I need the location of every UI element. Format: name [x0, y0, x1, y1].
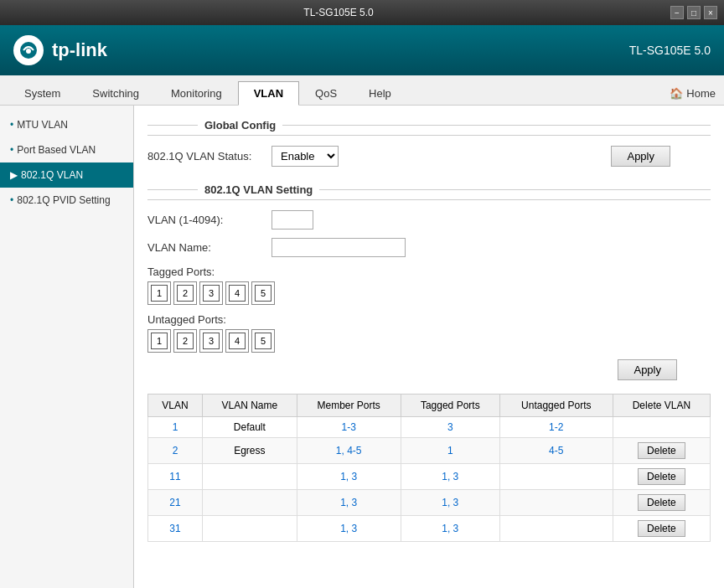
sidebar-item-802-1q-pvid[interactable]: 802.1Q PVID Setting	[0, 188, 133, 213]
delete-vlan-button[interactable]: Delete	[638, 442, 685, 459]
cell-tagged-ports: 3	[401, 417, 499, 438]
vlan-id-label: VLAN (1-4094):	[147, 214, 265, 226]
cell-tagged-ports: 1, 3	[401, 490, 499, 516]
vlan-setting-apply-row: Apply	[147, 359, 711, 380]
home-label: Home	[686, 87, 716, 100]
tagged-port-3[interactable]: 3	[199, 281, 223, 305]
nav-bar: System Switching Monitoring VLAN QoS Hel…	[0, 75, 724, 106]
cell-tagged-ports: 1	[401, 438, 499, 464]
vlan-name-label: VLAN Name:	[147, 241, 265, 254]
cell-untagged-ports: 1-2	[499, 417, 613, 438]
cell-vlan: 31	[148, 516, 203, 542]
vlan-id-input[interactable]	[272, 210, 313, 230]
cell-delete	[613, 417, 710, 438]
cell-delete: Delete	[613, 464, 710, 490]
table-row: 111, 31, 3Delete	[148, 464, 711, 490]
tagged-ports-label: Tagged Ports:	[147, 266, 711, 278]
cell-vlan-name	[203, 490, 297, 516]
cell-member-ports: 1, 3	[297, 490, 401, 516]
home-icon: 🏠	[670, 87, 683, 100]
untagged-ports-label: Untagged Ports:	[147, 313, 711, 326]
minimize-button[interactable]: −	[670, 6, 684, 19]
vlan-name-input[interactable]	[272, 238, 406, 257]
vlan-status-select[interactable]: Enable Disable	[272, 146, 339, 167]
vlan-setting-title: 802.1Q VLAN Setting	[147, 180, 711, 200]
cell-untagged-ports	[499, 516, 613, 542]
untagged-port-1[interactable]: 1	[147, 329, 171, 353]
vlan-table: VLAN VLAN Name Member Ports Tagged Ports…	[147, 394, 711, 542]
delete-vlan-button[interactable]: Delete	[638, 520, 685, 537]
home-button[interactable]: 🏠 Home	[670, 87, 716, 105]
maximize-button[interactable]: □	[687, 6, 701, 19]
cell-member-ports: 1, 3	[297, 516, 401, 542]
tagged-port-5[interactable]: 5	[251, 281, 275, 305]
titlebar: TL-SG105E 5.0 − □ ×	[0, 0, 724, 25]
delete-vlan-button[interactable]: Delete	[638, 494, 685, 511]
col-untagged-ports: Untagged Ports	[499, 395, 613, 417]
global-config-apply-button[interactable]: Apply	[611, 146, 670, 167]
tagged-port-4[interactable]: 4	[225, 281, 249, 305]
vlan-setting-title-text: 802.1Q VLAN Setting	[204, 183, 313, 196]
cell-delete: Delete	[613, 438, 710, 464]
untagged-port-boxes: 1 2 3 4 5	[147, 329, 711, 353]
vlan-status-row: 802.1Q VLAN Status: Enable Disable Apply	[147, 146, 711, 167]
untagged-port-2[interactable]: 2	[173, 329, 197, 353]
cell-vlan-name: Egress	[203, 438, 297, 464]
sidebar-item-port-based-vlan[interactable]: Port Based VLAN	[0, 137, 133, 162]
nav-tabs: System Switching Monitoring VLAN QoS Hel…	[8, 81, 407, 105]
sidebar: MTU VLAN Port Based VLAN 802.1Q VLAN 802…	[0, 106, 134, 588]
tab-qos[interactable]: QoS	[299, 81, 353, 105]
table-row: 1Default1-331-2	[148, 417, 711, 438]
col-vlan-name: VLAN Name	[203, 395, 297, 417]
titlebar-controls: − □ ×	[670, 6, 717, 19]
cell-vlan: 21	[148, 490, 203, 516]
table-row: 311, 31, 3Delete	[148, 516, 711, 542]
sidebar-item-802-1q-vlan[interactable]: 802.1Q VLAN	[0, 162, 133, 188]
logo-text: tp-link	[52, 39, 107, 61]
untagged-port-4[interactable]: 4	[225, 329, 249, 353]
cell-vlan-name	[203, 464, 297, 490]
cell-tagged-ports: 1, 3	[401, 516, 499, 542]
cell-vlan: 2	[148, 438, 203, 464]
table-row: 211, 31, 3Delete	[148, 490, 711, 516]
tagged-port-2[interactable]: 2	[173, 281, 197, 305]
untagged-port-3[interactable]: 3	[199, 329, 223, 353]
tab-help[interactable]: Help	[353, 81, 407, 105]
cell-untagged-ports	[499, 490, 613, 516]
header-model: TL-SG105E 5.0	[629, 44, 711, 57]
col-member-ports: Member Ports	[297, 395, 401, 417]
close-button[interactable]: ×	[704, 6, 717, 19]
app-header: tp-link TL-SG105E 5.0	[0, 25, 724, 75]
vlan-setting-apply-button[interactable]: Apply	[618, 359, 677, 380]
cell-delete: Delete	[613, 490, 710, 516]
svg-point-1	[26, 49, 31, 54]
cell-member-ports: 1-3	[297, 417, 401, 438]
col-tagged-ports: Tagged Ports	[401, 395, 499, 417]
untagged-port-5[interactable]: 5	[251, 329, 275, 353]
table-row: 2Egress1, 4-514-5Delete	[148, 438, 711, 464]
tagged-port-boxes: 1 2 3 4 5	[147, 281, 711, 305]
tab-monitoring[interactable]: Monitoring	[155, 81, 238, 105]
tab-vlan[interactable]: VLAN	[238, 81, 299, 106]
vlan-id-row: VLAN (1-4094):	[147, 210, 711, 230]
cell-vlan: 1	[148, 417, 203, 438]
vlan-name-row: VLAN Name:	[147, 238, 711, 257]
global-config-title: Global Config	[147, 116, 711, 136]
sidebar-item-mtu-vlan[interactable]: MTU VLAN	[0, 112, 133, 137]
titlebar-title: TL-SG105E 5.0	[303, 7, 373, 18]
tab-system[interactable]: System	[8, 81, 76, 105]
tab-switching[interactable]: Switching	[76, 81, 155, 105]
tagged-ports-section: Tagged Ports: 1 2 3 4 5	[147, 266, 711, 305]
cell-member-ports: 1, 4-5	[297, 438, 401, 464]
col-delete-vlan: Delete VLAN	[613, 395, 710, 417]
content-area: Global Config 802.1Q VLAN Status: Enable…	[134, 106, 724, 588]
global-config-title-text: Global Config	[204, 119, 276, 132]
cell-tagged-ports: 1, 3	[401, 464, 499, 490]
cell-member-ports: 1, 3	[297, 464, 401, 490]
untagged-ports-section: Untagged Ports: 1 2 3 4 5	[147, 313, 711, 353]
delete-vlan-button[interactable]: Delete	[638, 468, 685, 485]
logo: tp-link	[13, 35, 107, 65]
col-vlan: VLAN	[148, 395, 203, 417]
cell-untagged-ports	[499, 464, 613, 490]
tagged-port-1[interactable]: 1	[147, 281, 171, 305]
